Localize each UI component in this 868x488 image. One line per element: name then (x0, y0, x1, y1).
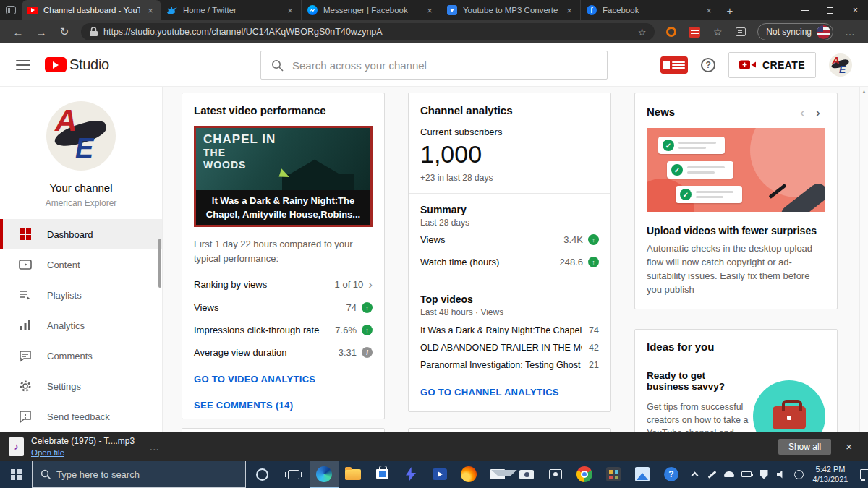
taskbar-app-bolt[interactable] (396, 461, 425, 488)
close-icon[interactable]: × (424, 5, 435, 16)
minimize-button[interactable] (792, 0, 817, 20)
taskbar-search-input[interactable] (56, 469, 237, 480)
extension-ring-icon[interactable] (660, 22, 682, 42)
go-to-video-analytics-link[interactable]: GO TO VIDEO ANALYTICS (194, 374, 315, 385)
briefcase-illustration (753, 380, 825, 432)
favorites-add-icon[interactable]: ☆ (638, 27, 647, 38)
close-icon[interactable]: × (563, 5, 575, 16)
page-scrollbar[interactable]: ▲ (859, 87, 868, 432)
show-all-button[interactable]: Show all (778, 439, 831, 455)
task-view-button[interactable] (278, 461, 310, 488)
channel-avatar[interactable]: AE (46, 101, 116, 171)
sidebar-item-comments[interactable]: Comments (0, 341, 162, 371)
taskbar-app-get-help[interactable]: ? (657, 461, 686, 488)
back-icon[interactable]: ← (7, 22, 29, 42)
metric-row-ranking[interactable]: Ranking by views 1 of 10 › (182, 273, 384, 296)
new-tab-button[interactable]: + (720, 0, 740, 20)
open-file-link[interactable]: Open file (31, 448, 135, 457)
tray-onedrive[interactable] (720, 461, 738, 488)
action-center-button[interactable] (854, 461, 868, 488)
taskbar-app-mail[interactable] (483, 461, 512, 488)
go-to-channel-analytics-link[interactable]: GO TO CHANNEL ANALYTICS (420, 387, 559, 398)
taskbar-app-movies[interactable] (425, 461, 454, 488)
create-button[interactable]: CREATE (728, 52, 816, 78)
maximize-button[interactable] (817, 0, 843, 20)
sidebar-item-settings[interactable]: Settings (0, 371, 162, 401)
sidebar-item-analytics[interactable]: Analytics (0, 310, 162, 341)
tab-mp3-converter[interactable]: Youtube to MP3 Converter | × (441, 0, 580, 20)
tab-messenger[interactable]: Messenger | Facebook × (301, 0, 441, 20)
close-icon[interactable]: × (145, 5, 156, 16)
metric-row-duration[interactable]: Average view duration 3:31 i (182, 341, 384, 364)
tab-facebook[interactable]: f Facebook × (580, 0, 720, 20)
sidebar-item-content[interactable]: Content (0, 249, 162, 280)
ideas-headline: Ready to get business savvy? (647, 370, 749, 392)
close-icon[interactable]: × (284, 5, 296, 16)
tray-network[interactable] (790, 461, 807, 488)
taskbar-app-speaker[interactable] (541, 461, 570, 488)
taskbar-app-dark[interactable] (599, 461, 628, 488)
taskbar-app-firefox[interactable] (454, 461, 483, 488)
address-bar[interactable]: https://studio.youtube.com/channel/UC14A… (81, 23, 655, 40)
scroll-up-icon[interactable]: ▲ (860, 87, 868, 96)
profile-button[interactable]: Not syncing (757, 23, 833, 40)
tray-battery[interactable] (738, 461, 755, 488)
learn-more-link[interactable]: LEARN MORE (647, 308, 712, 309)
tab-channel-dashboard[interactable]: Channel dashboard - YouTub × (22, 0, 161, 20)
favorites-icon[interactable]: ☆ (707, 22, 728, 42)
sidebar-item-send-feedback[interactable]: Send feedback (0, 401, 162, 432)
top-videos-title: Top videos (420, 294, 599, 305)
metric-row-ctr[interactable]: Impressions click-through rate 7.6% ↑ (182, 319, 384, 341)
chevron-right-icon[interactable]: › (810, 104, 825, 119)
forward-icon[interactable]: → (30, 22, 52, 42)
top-video-row[interactable]: Paranormal Investigation: Testing Ghost … (409, 356, 610, 374)
sidebar-item-playlists[interactable]: Playlists (0, 280, 162, 310)
taskbar-app-chrome[interactable] (570, 461, 599, 488)
refresh-icon[interactable]: ↻ (54, 22, 75, 42)
card-title: News (647, 106, 795, 118)
summary-row-watchtime[interactable]: Watch time (hours) 248.6 ↑ (409, 252, 610, 273)
sidebar-item-dashboard[interactable]: Dashboard (0, 219, 162, 249)
taskbar-app-edge[interactable] (310, 461, 339, 488)
top-video-row[interactable]: OLD ABANDONED TRAILER IN THE MOUNT... 42 (409, 339, 610, 356)
download-bar-close-icon[interactable]: × (846, 440, 852, 453)
top-video-row[interactable]: It Was a Dark & Rainy Night:The Chapel, … (409, 322, 610, 339)
help-icon[interactable]: ? (701, 58, 715, 72)
more-menu-icon[interactable]: … (839, 22, 861, 42)
taskbar-app-file-explorer[interactable] (339, 461, 367, 488)
taskbar-app-store[interactable] (367, 461, 396, 488)
tab-twitter[interactable]: Home / Twitter × (161, 0, 301, 20)
close-icon[interactable]: × (703, 5, 715, 16)
camcorder-icon (739, 59, 757, 70)
account-avatar[interactable]: AE (829, 53, 852, 77)
vertical-tabs-icon[interactable] (0, 0, 22, 20)
download-more-icon[interactable]: … (149, 441, 160, 453)
extension-red-icon[interactable] (684, 22, 705, 42)
tray-pen[interactable] (703, 461, 720, 488)
menu-icon[interactable] (16, 60, 30, 70)
tray-volume[interactable] (773, 461, 790, 488)
sidebar-scrollbar[interactable] (158, 239, 161, 288)
search-input[interactable] (292, 59, 597, 72)
channel-search[interactable] (260, 51, 608, 80)
start-button[interactable] (0, 461, 32, 488)
taskbar-clock[interactable]: 5:42 PM 4/13/2021 (807, 464, 854, 485)
window-close-button[interactable]: × (843, 0, 868, 20)
see-comments-link[interactable]: SEE COMMENTS (14) (194, 400, 293, 411)
facebook-icon: f (586, 4, 597, 16)
video-thumbnail[interactable]: CHAPEL IN THE WOODS It Was a Dark & Rain… (194, 126, 373, 227)
summary-row-views[interactable]: Views 3.4K ↑ (409, 229, 610, 250)
taskbar-app-photos[interactable] (628, 461, 657, 488)
red-extension-icon[interactable] (660, 56, 688, 74)
cortana-button[interactable] (246, 461, 278, 488)
tray-security[interactable] (755, 461, 773, 488)
youtube-studio-logo[interactable]: Studio (45, 56, 109, 73)
collections-icon[interactable] (730, 22, 752, 42)
taskbar-app-camera[interactable] (512, 461, 541, 488)
card-title: Channel analytics (409, 93, 610, 116)
metric-row-views[interactable]: Views 74 ↑ (182, 296, 384, 319)
chevron-left-icon[interactable]: ‹ (795, 104, 810, 119)
show-hidden-icons[interactable] (686, 461, 703, 488)
tab-title: Channel dashboard - YouTub (43, 6, 140, 14)
taskbar-search[interactable] (32, 461, 246, 488)
